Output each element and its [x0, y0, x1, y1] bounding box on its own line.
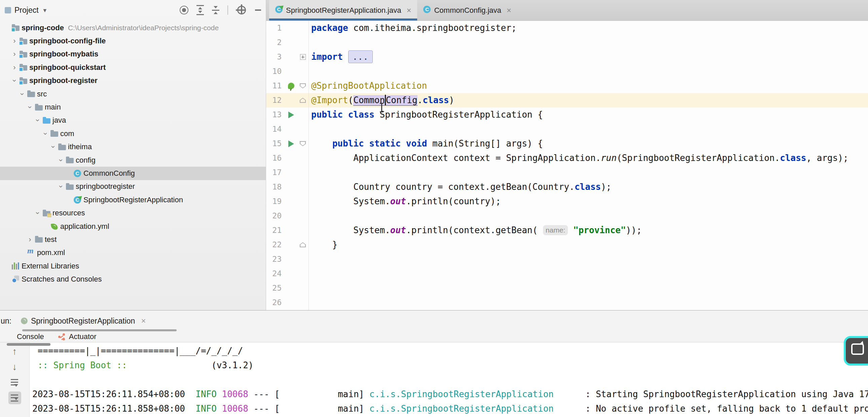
fold-collapse-icon[interactable] [300, 83, 306, 89]
chevron-collapsed-icon[interactable]: › [26, 236, 34, 244]
code-line-23[interactable]: 23 [266, 252, 868, 267]
down-icon[interactable]: ↓ [8, 360, 21, 373]
horizontal-scrollbar-thumb[interactable] [7, 343, 51, 346]
line-number: 15 [266, 136, 285, 151]
chevron-expanded-icon[interactable]: › [18, 90, 26, 98]
run-icon[interactable] [288, 111, 294, 118]
code-line-24[interactable]: 24 [266, 267, 868, 281]
project-view-title[interactable]: Project [14, 6, 39, 15]
tree-item-springbootregister[interactable]: ›springbootregister [0, 180, 266, 193]
fold-expand-icon[interactable] [300, 54, 306, 60]
code-line-21[interactable]: 21 System.out.println(context.getBean( n… [266, 223, 868, 238]
tree-item-springboot-mybatis[interactable]: ›springboot-mybatis [0, 48, 266, 61]
tree-item-springboot-quickstart[interactable]: ›springboot-quickstart [0, 61, 266, 74]
code-line-22[interactable]: 22 } [266, 238, 868, 252]
chevron-expanded-icon[interactable]: › [41, 130, 50, 138]
code-line-1[interactable]: 1package com.itheima.springbootregister; [266, 21, 868, 35]
chevron-expanded-icon[interactable]: › [34, 209, 42, 217]
hide-icon[interactable] [255, 9, 261, 11]
tree-item-scratches-and-consoles[interactable]: Scratches and Consoles [0, 273, 266, 286]
code-line-20[interactable]: 20 [266, 209, 868, 223]
tree-item-springboot-config-file[interactable]: ›springboot-config-file [0, 34, 266, 47]
tree-item-main[interactable]: ›main [0, 101, 266, 113]
bootclass-icon [275, 6, 283, 15]
run-icon[interactable] [288, 140, 294, 147]
code-line-2[interactable]: 2 [266, 35, 868, 50]
tree-item-springbootregisterapplication[interactable]: SpringbootRegisterApplication [0, 193, 266, 206]
tree-item-src[interactable]: ›src [0, 88, 266, 101]
spring-bean-icon[interactable] [288, 83, 294, 89]
tree-item-java[interactable]: ›java [0, 114, 266, 127]
tree-item-spring-code[interactable]: spring-codeC:\Users\Administrator\ideaPr… [0, 21, 266, 34]
chevron-expanded-icon[interactable]: › [57, 182, 65, 190]
tree-item-test[interactable]: ›test [0, 233, 266, 246]
code-editor[interactable]: 1package com.itheima.springbootregister;… [266, 21, 868, 310]
fold-marker[interactable] [297, 83, 309, 89]
fold-marker[interactable] [297, 141, 309, 146]
code-line-17[interactable]: 17 [266, 165, 868, 180]
chevron-collapsed-icon[interactable]: › [10, 64, 19, 72]
project-tree[interactable]: spring-codeC:\Users\Administrator\ideaPr… [0, 21, 266, 286]
close-icon[interactable]: × [406, 6, 411, 15]
close-icon[interactable]: × [507, 6, 512, 15]
code-line-3[interactable]: 3import ... [266, 50, 868, 64]
code-line-16[interactable]: 16 ApplicationContext context = SpringAp… [266, 151, 868, 165]
log-line: 2023-08-15T15:26:11.854+08:00 INFO 10068… [32, 387, 868, 402]
close-icon[interactable]: × [141, 316, 146, 325]
code-line-12[interactable]: 12@Import(CommonConfig.class) [266, 93, 868, 107]
leaf-gutter-icon[interactable] [285, 83, 297, 89]
collapse-all-icon[interactable] [212, 6, 219, 14]
tree-item-commonconfig[interactable]: CommonConfig [0, 167, 266, 180]
chevron-expanded-icon[interactable]: › [49, 143, 57, 151]
code-line-19[interactable]: 19 System.out.println(country); [266, 194, 868, 209]
fold-collapse-icon[interactable] [300, 141, 306, 146]
fold-collapse-end-icon[interactable] [300, 242, 306, 247]
code-line-15[interactable]: 15 public static void main(String[] args… [266, 136, 868, 151]
chevron-expanded-icon[interactable]: › [34, 116, 42, 124]
code-line-14[interactable]: 14 [266, 122, 868, 136]
chevron-down-icon[interactable]: ▾ [43, 6, 47, 14]
run-configuration-tab[interactable]: SpringbootRegisterApplication × [21, 316, 146, 325]
fold-marker[interactable] [297, 242, 309, 247]
chevron-collapsed-icon[interactable]: › [10, 50, 19, 58]
chevron-collapsed-icon[interactable]: › [10, 37, 19, 45]
tree-item-pom-xml[interactable]: pom.xml [0, 246, 266, 259]
tree-item-resources[interactable]: ›resources [0, 206, 266, 219]
run-gutter-icon[interactable] [285, 140, 297, 147]
tree-item-external-libraries[interactable]: External Libraries [0, 259, 266, 273]
screencast-overlay-button[interactable] [844, 336, 868, 366]
tree-item-springboot-register[interactable]: ›springboot-register [0, 74, 266, 88]
code-line-13[interactable]: 13public class SpringbootRegisterApplica… [266, 107, 868, 122]
tree-item-config[interactable]: ›config [0, 153, 266, 167]
up-icon[interactable]: ↑ [8, 345, 21, 358]
fold-collapse-end-icon[interactable] [300, 98, 306, 103]
expand-all-icon[interactable] [196, 5, 204, 15]
code-line-10[interactable]: 10 [266, 64, 868, 79]
locate-icon[interactable] [180, 6, 188, 14]
editor-tab-springbootregisterapplication-java[interactable]: SpringbootRegisterApplication.java× [269, 0, 417, 21]
code-line-25[interactable]: 25 [266, 281, 868, 296]
chevron-expanded-icon[interactable]: › [10, 77, 19, 85]
fold-marker[interactable] [297, 98, 309, 103]
folder-module-icon [19, 38, 28, 44]
fold-marker[interactable] [297, 54, 309, 60]
tree-item-application-yml[interactable]: application.yml [0, 220, 266, 233]
softwrap-icon[interactable] [8, 376, 21, 389]
tree-item-itheima[interactable]: ›itheima [0, 140, 266, 153]
tree-item-com[interactable]: ›com [0, 127, 266, 140]
chevron-expanded-icon[interactable]: › [57, 156, 65, 164]
code-line-18[interactable]: 18 Country country = context.getBean(Cou… [266, 180, 868, 194]
run-gutter-icon[interactable] [285, 111, 297, 118]
line-number: 22 [266, 238, 285, 252]
scrollend-icon[interactable] [8, 391, 21, 404]
line-number: 16 [266, 151, 285, 165]
code-line-11[interactable]: 11@SpringBootApplication [266, 79, 868, 93]
tab-actuator[interactable]: Actuator [58, 332, 97, 341]
divider-icon [227, 5, 228, 15]
code-line-26[interactable]: 26 [266, 296, 868, 310]
editor-tab-commonconfig-java[interactable]: CommonConfig.java× [417, 0, 517, 21]
tab-console[interactable]: Console [17, 332, 44, 341]
chevron-expanded-icon[interactable]: › [26, 103, 34, 111]
settings-icon[interactable] [237, 6, 246, 14]
run-panel-label: un: [1, 316, 11, 325]
